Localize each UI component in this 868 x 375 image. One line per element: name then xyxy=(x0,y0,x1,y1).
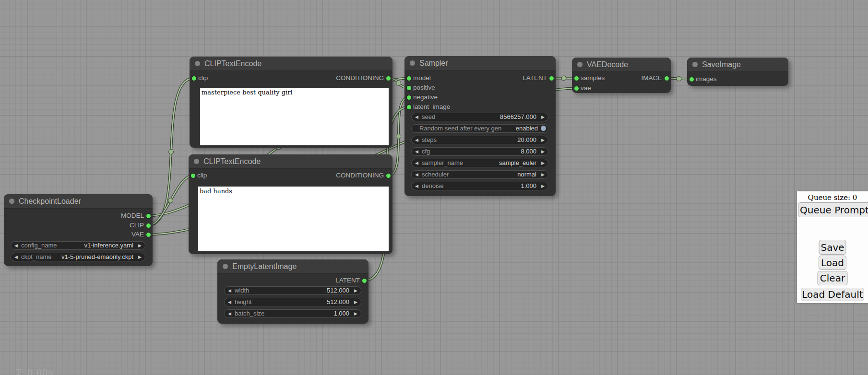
clear-button[interactable]: Clear xyxy=(818,271,848,285)
widget-cfg[interactable]: ◀cfg8.000▶ xyxy=(411,147,548,156)
input-slot-dot[interactable] xyxy=(407,105,411,109)
increment-arrow-icon[interactable]: ▶ xyxy=(138,254,142,260)
input-slot-dot[interactable] xyxy=(191,174,195,178)
widget-batch-size[interactable]: ◀batch_size1.000▶ xyxy=(224,309,361,318)
decrement-arrow-icon[interactable]: ◀ xyxy=(415,171,418,178)
node-titlebar[interactable]: SaveImage xyxy=(687,58,788,72)
collapse-dot-icon[interactable] xyxy=(195,61,200,66)
decrement-arrow-icon[interactable]: ◀ xyxy=(228,310,231,317)
decrement-arrow-icon[interactable]: ◀ xyxy=(14,242,18,249)
increment-arrow-icon[interactable]: ▶ xyxy=(354,310,357,317)
node-titlebar[interactable]: Sampler xyxy=(404,56,556,70)
increment-arrow-icon[interactable]: ▶ xyxy=(541,148,545,155)
increment-arrow-icon[interactable]: ▶ xyxy=(354,287,357,294)
save-button[interactable]: Save xyxy=(819,240,846,255)
collapse-dot-icon[interactable] xyxy=(9,199,14,204)
widget-ckpt-name[interactable]: ◀ckpt_namev1-5-pruned-emaonly.ckpt▶ xyxy=(11,253,145,261)
input-slot-dot[interactable] xyxy=(407,95,411,100)
decrement-arrow-icon[interactable]: ◀ xyxy=(14,254,18,260)
decrement-arrow-icon[interactable]: ◀ xyxy=(415,137,418,143)
widget-value: enabled xyxy=(516,125,538,132)
prompt-textarea[interactable]: masterpiece best quality girl xyxy=(200,88,389,145)
input-slot: latent_image xyxy=(404,103,450,111)
output-slot-label: VAE xyxy=(131,231,144,238)
widget-sampler-name[interactable]: ◀sampler_namesample_euler▶ xyxy=(411,159,548,167)
node-title: CheckpointLoader xyxy=(19,197,81,206)
output-slot-dot[interactable] xyxy=(386,174,391,178)
output-slot-dot[interactable] xyxy=(362,279,367,283)
widget-seed[interactable]: ◀seed8566257.000▶ xyxy=(411,113,548,121)
collapse-dot-icon[interactable] xyxy=(223,264,228,269)
input-slot-dot[interactable] xyxy=(690,77,694,82)
node-clip-text-encode-negative[interactable]: CLIPTextEncodeclipCONDITIONINGbad hands xyxy=(189,154,392,254)
output-slot-dot[interactable] xyxy=(146,214,151,218)
node-titlebar[interactable]: CLIPTextEncode xyxy=(190,57,392,71)
decrement-arrow-icon[interactable]: ◀ xyxy=(415,160,418,166)
widget-value: 512.000 xyxy=(327,287,349,294)
increment-arrow-icon[interactable]: ▶ xyxy=(541,183,545,189)
increment-arrow-icon[interactable]: ▶ xyxy=(354,299,357,305)
load-button[interactable]: Load xyxy=(819,256,846,270)
decrement-arrow-icon[interactable]: ◀ xyxy=(415,114,418,120)
link-midpoint-dot xyxy=(168,198,173,203)
input-slot-label: negative xyxy=(413,94,438,101)
increment-arrow-icon[interactable]: ▶ xyxy=(541,137,545,143)
prompt-textarea[interactable]: bad hands xyxy=(198,187,389,251)
node-title: EmptyLatentImage xyxy=(232,262,297,271)
node-clip-text-encode-positive[interactable]: CLIPTextEncodeclipCONDITIONINGmasterpiec… xyxy=(190,57,392,148)
input-slot: positive xyxy=(404,83,435,92)
widget-height[interactable]: ◀height512.000▶ xyxy=(224,298,361,306)
increment-arrow-icon[interactable]: ▶ xyxy=(541,114,545,120)
node-vae-decode[interactable]: VAEDecodesamplesvaeIMAGE xyxy=(572,58,671,93)
output-slot-label: LATENT xyxy=(523,74,547,82)
input-slot-dot[interactable] xyxy=(574,86,579,91)
decrement-arrow-icon[interactable]: ◀ xyxy=(415,183,418,189)
collapse-dot-icon[interactable] xyxy=(410,60,415,66)
node-sampler[interactable]: Samplermodelpositivenegativelatent_image… xyxy=(404,56,556,196)
increment-arrow-icon[interactable]: ▶ xyxy=(541,171,545,178)
output-slot: CONDITIONING xyxy=(336,74,392,82)
node-save-image[interactable]: SaveImageimages xyxy=(687,58,788,86)
input-slot-dot[interactable] xyxy=(407,86,411,90)
increment-arrow-icon[interactable]: ▶ xyxy=(541,160,545,166)
node-checkpoint-loader[interactable]: CheckpointLoaderMODELCLIPVAE◀config_name… xyxy=(4,194,153,266)
toggle-dot-icon[interactable] xyxy=(541,126,546,131)
decrement-arrow-icon[interactable]: ◀ xyxy=(228,299,231,305)
decrement-arrow-icon[interactable]: ◀ xyxy=(415,148,418,155)
collapse-dot-icon[interactable] xyxy=(577,62,583,67)
queue-prompt-button[interactable]: Queue Prompt xyxy=(798,202,868,217)
output-slot-dot[interactable] xyxy=(386,76,391,81)
input-slot-dot[interactable] xyxy=(192,76,196,81)
input-slot-dot[interactable] xyxy=(407,76,411,81)
widget-label: config_name xyxy=(21,242,57,249)
collapse-dot-icon[interactable] xyxy=(692,62,698,67)
output-slot: CONDITIONING xyxy=(336,171,392,180)
collapse-dot-icon[interactable] xyxy=(194,159,199,164)
widget-width[interactable]: ◀width512.000▶ xyxy=(224,286,361,295)
load-default-button[interactable]: Load Default xyxy=(801,288,864,301)
widget-denoise[interactable]: ◀denoise1.000▶ xyxy=(411,182,548,190)
widget-value: sample_euler xyxy=(499,159,536,167)
output-slot-dot[interactable] xyxy=(146,233,151,237)
node-titlebar[interactable]: CheckpointLoader xyxy=(4,194,153,209)
node-title: SaveImage xyxy=(702,60,741,69)
output-slot-dot[interactable] xyxy=(146,223,151,228)
node-title: CLIPTextEncode xyxy=(203,157,261,166)
output-slot: MODEL xyxy=(121,211,153,220)
node-titlebar[interactable]: VAEDecode xyxy=(572,58,671,72)
increment-arrow-icon[interactable]: ▶ xyxy=(138,242,142,249)
widget-scheduler[interactable]: ◀schedulernormal▶ xyxy=(411,170,548,179)
input-slot-label: clip xyxy=(197,172,207,179)
output-slot-dot[interactable] xyxy=(665,76,669,81)
output-slot-dot[interactable] xyxy=(549,76,554,81)
input-slot-dot[interactable] xyxy=(574,76,579,81)
input-slot: clip xyxy=(190,74,208,82)
widget-label: batch_size xyxy=(235,310,264,317)
widget-random-seed-after-every-gen[interactable]: Random seed after every genenabled xyxy=(411,124,548,133)
widget-config-name[interactable]: ◀config_namev1-inference.yaml▶ xyxy=(11,241,145,250)
widget-steps[interactable]: ◀steps20.000▶ xyxy=(411,136,548,144)
node-titlebar[interactable]: CLIPTextEncode xyxy=(189,154,392,169)
node-empty-latent-image[interactable]: EmptyLatentImageLATENT◀width512.000▶◀hei… xyxy=(217,259,369,324)
node-titlebar[interactable]: EmptyLatentImage xyxy=(217,259,369,274)
decrement-arrow-icon[interactable]: ◀ xyxy=(228,287,231,294)
